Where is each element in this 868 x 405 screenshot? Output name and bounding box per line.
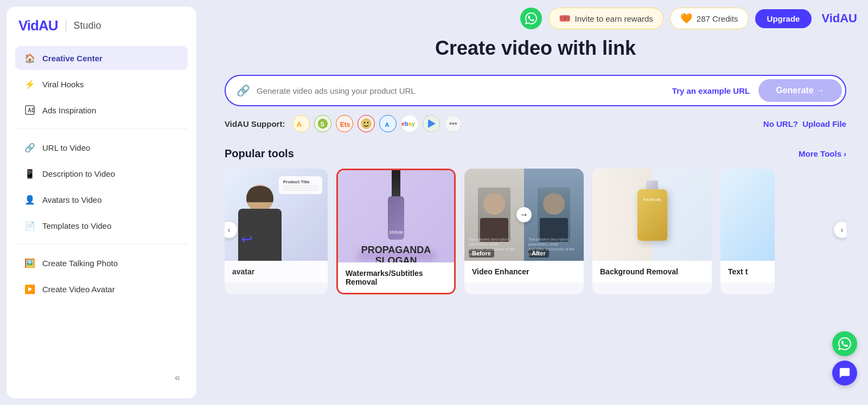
card-watermark-image: SERUM PROPAGANDASLOGAN [338,170,454,262]
svg-text:AD: AD [28,107,35,113]
logo-divider [66,20,66,33]
sidebar-item-label: URL to Video [42,143,90,152]
sidebar-item-label: Viral Hooks [42,80,84,89]
card-textt[interactable]: Text t [720,169,775,294]
cards-row: ‹ Product Title [225,169,846,294]
svg-point-8 [367,122,369,124]
sidebar-item-avatars-to-video[interactable]: 👤 Avatars to Video [15,188,188,211]
support-shopify[interactable]: S [314,115,331,132]
float-chat-button[interactable] [832,361,857,385]
coin-icon: 🧡 [680,12,692,24]
section-header: Popular tools More Tools › [225,147,846,160]
upgrade-button[interactable]: Upgrade [755,9,812,28]
url-icon: 🔗 [24,142,36,153]
collapse-button[interactable]: « [170,370,184,385]
svg-text:ebay: ebay [401,120,415,127]
url-input-wrapper: 🔗 Try an example URL Generate → [225,75,846,106]
header: 🎟️ Invite to earn rewards 🧡 287 Credits … [203,0,868,37]
sidebar-item-label: Avatars to Video [42,195,102,204]
sidebar-item-label: Ads Inspiration [42,106,96,115]
try-example-link[interactable]: Try an example URL [672,86,750,95]
card-avatar-label: avatar [225,261,328,282]
card-watermark-label: Watermarks/Subtitles Removal [338,262,454,293]
logo-text: VidAU [18,17,58,34]
video-avatar-icon: ▶️ [24,283,36,295]
sidebar-divider [15,128,188,129]
page-title: Create video with link [225,37,846,60]
card-textt-image [720,169,775,261]
carousel-next-button[interactable]: › [833,221,846,239]
no-url-text: No URL? Upload File [763,119,846,128]
logo-studio: Studio [74,20,101,31]
description-icon: 📱 [24,168,36,179]
support-icons: A S Etsy [292,115,462,132]
card-watermark[interactable]: SERUM PROPAGANDASLOGAN Watermarks/Subtit… [336,169,456,294]
support-google[interactable] [423,115,440,132]
sidebar-item-ads-inspiration[interactable]: AD Ads Inspiration [15,98,188,122]
upload-file-link[interactable]: Upload File [802,119,846,128]
svg-marker-11 [428,119,436,128]
sidebar-item-label: Templates to Video [42,221,111,230]
svg-text:A: A [385,121,390,128]
svg-text:S: S [321,121,324,127]
more-tools-link[interactable]: More Tools › [799,149,846,158]
templates-icon: 📄 [24,220,36,232]
sidebar-item-creative-center[interactable]: 🏠 Creative Center [15,46,188,70]
chevron-right-icon: › [844,149,846,158]
sidebar-item-create-talking-photo[interactable]: 🖼️ Create Talking Photo [15,251,188,275]
support-ebay[interactable]: ebay [401,115,418,132]
card-avatar-image: Product Title ↩ [225,169,328,261]
url-input-icon: 🔗 [237,84,250,97]
sidebar: VidAU Studio 🏠 Creative Center ⚡ Viral H… [7,7,196,398]
sidebar-item-label: Create Video Avatar [42,285,115,294]
talking-photo-icon: 🖼️ [24,257,36,269]
card-background-label: Background Removal [592,261,712,282]
float-whatsapp-button[interactable] [832,331,857,356]
section-title: Popular tools [225,147,294,160]
support-amazon[interactable]: A [292,115,310,132]
home-icon: 🏠 [24,52,36,64]
card-enhancer-image: Before The detailed description, paramet… [464,169,584,261]
header-credits-button[interactable]: 🧡 287 Credits [670,8,749,29]
svg-text:A: A [297,120,302,128]
sidebar-item-description-to-video[interactable]: 📱 Description to Video [15,162,188,185]
header-whatsapp-button[interactable] [520,8,542,29]
sidebar-item-url-to-video[interactable]: 🔗 URL to Video [15,136,188,159]
support-etsy[interactable]: Etsy [336,115,353,132]
sidebar-item-label: Create Talking Photo [42,259,118,268]
support-row: VidAU Support: A S [225,115,846,132]
card-avatar[interactable]: Product Title ↩ avatar [225,169,328,294]
url-input[interactable] [257,86,672,95]
invite-label: Invite to earn rewards [575,14,653,23]
sidebar-collapse: « [15,365,188,388]
viral-icon: ⚡ [24,78,36,90]
credits-label: 287 Credits [697,14,738,23]
sidebar-item-templates-to-video[interactable]: 📄 Templates to Video [15,214,188,237]
support-more[interactable]: ••• [444,115,462,132]
main-content: 🎟️ Invite to earn rewards 🧡 287 Credits … [203,0,868,405]
sidebar-logo: VidAU Studio [15,17,188,34]
sidebar-item-create-video-avatar[interactable]: ▶️ Create Video Avatar [15,277,188,301]
content-area: Create video with link 🔗 Try an example … [203,37,868,405]
ticket-icon: 🎟️ [559,12,571,24]
support-aliexpress[interactable] [358,115,375,132]
card-enhancer-label: Video Enhancer [464,261,584,282]
card-enhancer[interactable]: Before The detailed description, paramet… [464,169,584,294]
card-textt-label: Text t [720,261,775,282]
header-logo: VidAU [821,11,857,25]
sidebar-divider-2 [15,244,188,245]
generate-button[interactable]: Generate → [758,79,842,102]
sidebar-item-label: Creative Center [42,54,103,63]
support-label: VidAU Support: [225,119,285,128]
card-background-image: PARFUM [592,169,712,261]
sidebar-item-label: Description to Video [42,169,115,178]
avatars-icon: 👤 [24,194,36,205]
header-invite-button[interactable]: 🎟️ Invite to earn rewards [548,8,663,29]
sidebar-item-viral-hooks[interactable]: ⚡ Viral Hooks [15,72,188,96]
support-appstore[interactable]: A [379,115,397,132]
svg-text:Etsy: Etsy [340,121,350,128]
ads-icon: AD [24,104,36,116]
svg-point-7 [364,122,366,124]
svg-point-6 [361,119,371,128]
card-background[interactable]: PARFUM Background Removal [592,169,712,294]
